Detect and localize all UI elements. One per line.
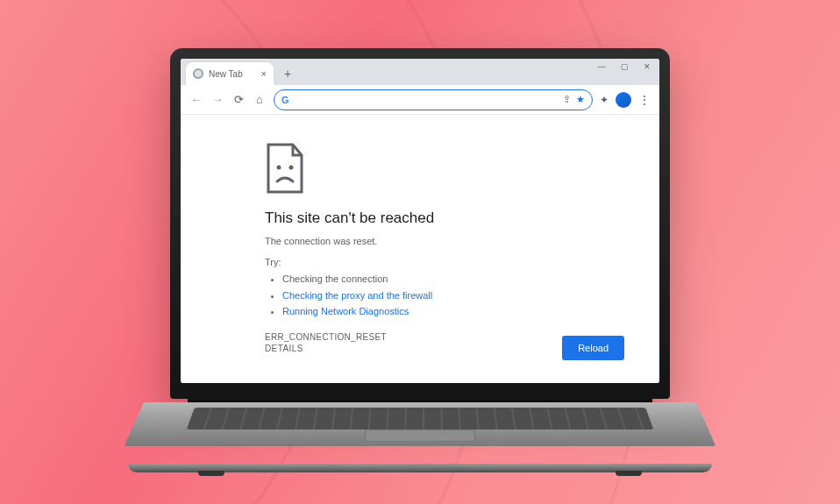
close-window-button[interactable]: ✕: [640, 62, 654, 71]
laptop-trackpad: [364, 429, 476, 442]
bookmark-star-icon[interactable]: ★: [576, 94, 585, 105]
laptop-keyboard: [187, 408, 653, 429]
suggestion-item: Checking the connection: [282, 271, 659, 287]
laptop-foot: [198, 471, 224, 476]
maximize-button[interactable]: ▢: [617, 62, 631, 71]
error-page: This site can't be reached The connectio…: [181, 115, 659, 383]
details-button[interactable]: DETAILS: [265, 344, 303, 353]
window-controls: — ▢ ✕: [594, 62, 654, 71]
new-tab-button[interactable]: +: [279, 65, 296, 82]
svg-point-0: [277, 166, 281, 170]
minimize-button[interactable]: —: [594, 62, 609, 71]
home-button[interactable]: ⌂: [253, 93, 267, 106]
sad-page-icon: [265, 143, 305, 194]
profile-avatar[interactable]: [616, 92, 631, 108]
forward-button[interactable]: →: [210, 93, 224, 106]
browser-window: New Tab × + — ▢ ✕ ← → ⟳ ⌂ G: [181, 59, 659, 383]
browser-toolbar: ← → ⟳ ⌂ G ⇪ ★ ✦ ⋮: [181, 85, 659, 115]
suggestion-item: Running Network Diagnostics: [282, 303, 659, 320]
network-diagnostics-link[interactable]: Running Network Diagnostics: [282, 306, 409, 316]
menu-button[interactable]: ⋮: [638, 94, 651, 106]
error-subtext: The connection was reset.: [265, 236, 659, 246]
close-tab-icon[interactable]: ×: [261, 68, 267, 79]
extensions-icon[interactable]: ✦: [600, 94, 609, 106]
reload-page-button[interactable]: Reload: [562, 336, 624, 360]
google-search-icon: G: [281, 95, 289, 105]
url-input[interactable]: [295, 95, 558, 105]
error-heading: This site can't be reached: [265, 209, 659, 227]
reload-button[interactable]: ⟳: [231, 93, 246, 106]
suggestion-list: Checking the connection Checking the pro…: [265, 271, 659, 320]
globe-icon: [193, 68, 203, 79]
laptop-front-edge: [128, 464, 712, 472]
laptop-foot: [616, 471, 642, 476]
tab-title: New Tab: [209, 69, 243, 79]
proxy-firewall-link[interactable]: Checking the proxy and the firewall: [282, 290, 432, 301]
back-button[interactable]: ←: [189, 93, 203, 106]
suggestion-item: Checking the proxy and the firewall: [282, 287, 659, 304]
tab-strip: New Tab × + — ▢ ✕: [181, 59, 659, 85]
address-bar[interactable]: G ⇪ ★: [274, 89, 593, 110]
laptop-frame: New Tab × + — ▢ ✕ ← → ⟳ ⌂ G: [170, 48, 670, 478]
try-label: Try:: [265, 257, 659, 267]
share-icon[interactable]: ⇪: [563, 94, 571, 105]
laptop-deck: [125, 402, 716, 446]
svg-point-1: [289, 166, 294, 170]
browser-tab[interactable]: New Tab ×: [186, 62, 274, 85]
screen-bezel: New Tab × + — ▢ ✕ ← → ⟳ ⌂ G: [170, 48, 670, 399]
